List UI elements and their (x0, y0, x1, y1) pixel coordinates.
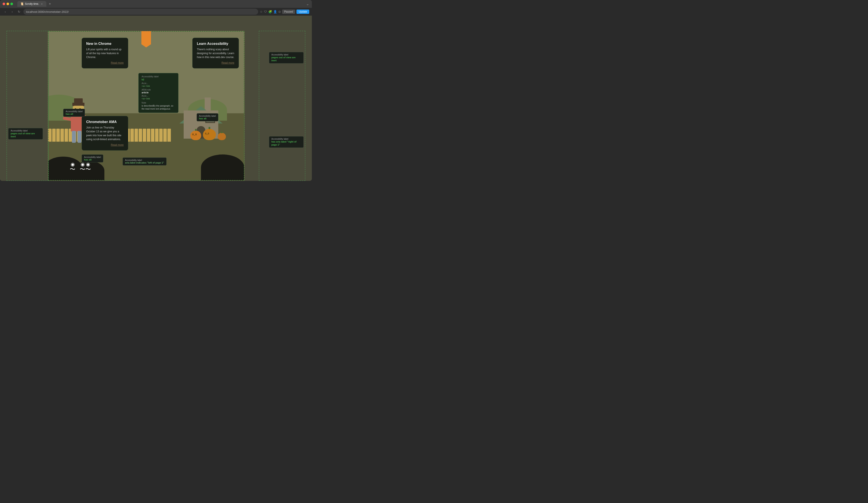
url-text: localhost:3000/chrometober-2022/ (26, 10, 69, 13)
top-marker (142, 31, 151, 48)
chrometober-ama-body: Join us live on Thursday October 13 as w… (86, 126, 124, 141)
pumpkins-group: ʘ_ʘ ö_ö (190, 129, 226, 140)
left-inert-value: pages out of view are inert (11, 132, 41, 138)
fence-post (131, 129, 134, 142)
right-inert-title: Accessibility label (271, 53, 301, 56)
scarecrow-legs (72, 131, 81, 143)
fence-post (60, 129, 64, 142)
minimize-button[interactable] (7, 3, 9, 5)
aria-popup-acce-role-value: <a> link (142, 97, 175, 100)
aria-popup: Accessibility label k2 Acce... <a> link … (138, 73, 178, 113)
content-area: ʘ_ʘ ö_ö ◉ 〜 ◉ ◉ (0, 16, 312, 181)
aria-popup-note-title: Note (142, 102, 175, 104)
new-in-chrome-read-more[interactable]: Read more (86, 61, 124, 64)
update-button[interactable]: Update (297, 10, 309, 14)
right-aria-value: has aria label "right of page 1" (271, 140, 301, 146)
fence-post (159, 129, 163, 142)
bush-right (201, 154, 244, 181)
pumpkin-stem (195, 129, 197, 131)
fence-post (134, 129, 138, 142)
scarecrow-leg-right (78, 131, 81, 143)
new-tab-button[interactable]: + (47, 1, 52, 7)
left-inert-title: Accessibility label (11, 130, 41, 132)
article-card-chrometober-ama: Chrometober AMA Join us live on Thursday… (82, 116, 128, 151)
left-indicator-a11y-label: Accessibility label aria-label indicates… (123, 157, 166, 165)
pumpkin-stem (208, 127, 210, 129)
scarecrow-hat-top (74, 98, 83, 103)
paused-button[interactable]: Paused (282, 10, 296, 14)
right-inert-value: pages out of view are inert (271, 56, 301, 62)
traffic-lights (3, 3, 13, 5)
bottom-ghost-a11y-value: has alt (84, 158, 101, 161)
browser-window: 📜 Scrolly time. ✕ + ⌄ ‹ › ↻ localhost:30… (0, 0, 312, 181)
scarecrow-hat-brim (72, 103, 84, 106)
bookmark-icon[interactable]: ☆ (260, 10, 263, 13)
left-indicator-value: aria-label indicates "left of page 1" (125, 161, 164, 164)
refresh-button[interactable]: ↻ (17, 9, 22, 14)
aria-popup-acce-title: Acce... (142, 82, 175, 84)
left-indicator-title: Accessibility label (125, 159, 164, 161)
tab-bar: 📜 Scrolly time. ✕ + (17, 1, 52, 7)
left-panel (7, 31, 49, 181)
sync-icon[interactable]: ⊙ (278, 10, 281, 13)
tab-favicon: 📜 (20, 2, 24, 6)
tab-close-icon[interactable]: ✕ (40, 2, 43, 6)
pumpkins-a11y-value: has alt (199, 117, 216, 120)
pumpkin-face: ʘ_ʘ (192, 133, 197, 136)
scarecrow-a11y-label: Accessibility label has alt (63, 109, 85, 117)
forward-button[interactable]: › (10, 9, 15, 14)
scarecrow-a11y-title: Accessibility label (66, 110, 83, 113)
scarecrow-a11y-value: has alt (66, 113, 83, 115)
address-bar: ‹ › ↻ localhost:3000/chrometober-2022/ ☆… (0, 8, 312, 16)
aria-popup-aria-role-title: ARIA role (142, 89, 175, 91)
title-bar: 📜 Scrolly time. ✕ + ⌄ (0, 0, 312, 8)
bottom-ghost-a11y-label: Accessibility label has alt (82, 154, 103, 163)
ghost-left: ◉ 〜 (70, 162, 75, 173)
article-card-new-in-chrome: New in Chrome Lift your spirits with a r… (82, 38, 128, 69)
ghost-right: ◉ ◉ 〜〜 (80, 162, 91, 173)
url-bar[interactable]: localhost:3000/chrometober-2022/ (23, 9, 258, 15)
close-button[interactable] (3, 3, 5, 5)
aria-popup-note-value: is describedBy the paragraph, so the rea… (142, 104, 175, 111)
active-tab[interactable]: 📜 Scrolly time. ✕ (17, 1, 46, 7)
main-scene: ʘ_ʘ ö_ö ◉ 〜 ◉ ◉ (48, 31, 245, 181)
shield-icon[interactable]: 🛡 (264, 10, 267, 13)
pumpkin-medium: ö_ö (203, 129, 216, 140)
chrometober-ama-title: Chrometober AMA (86, 120, 124, 124)
fence-post (163, 129, 167, 142)
pumpkins-a11y-label: Accessibility label has alt (197, 113, 218, 121)
ghost-creatures: ◉ 〜 ◉ ◉ 〜〜 (70, 162, 91, 173)
right-inert-a11y-label: Accessibility label pages out of view ar… (269, 52, 303, 64)
fence-post (151, 129, 154, 142)
back-button[interactable]: ‹ (3, 9, 8, 14)
pumpkins-a11y-title: Accessibility label (199, 115, 216, 117)
extension-icon[interactable]: 🧩 (268, 10, 272, 13)
learn-accessibility-title: Learn Accessibility (197, 42, 234, 46)
pumpkin-stem (221, 132, 223, 133)
fence-post (155, 129, 158, 142)
window-controls-icon: ⌄ (306, 1, 309, 6)
browser-actions: ☆ 🛡 🧩 👤 ⊙ Paused Update (260, 10, 309, 14)
pumpkin-small (218, 133, 226, 140)
aria-popup-acce-link: <a> link (142, 85, 175, 87)
tab-title: Scrolly time. (25, 2, 39, 6)
chrometober-ama-read-more[interactable]: Read more (86, 143, 124, 146)
aria-popup-label-value: k2 (142, 78, 175, 81)
profile-icon[interactable]: 👤 (273, 10, 277, 13)
fence-post (56, 129, 60, 142)
fence-post (167, 129, 171, 142)
new-in-chrome-body: Lift your spirits with a round up of all… (86, 48, 124, 59)
article-card-learn-accessibility: Learn Accessibility There's nothing scar… (192, 38, 239, 69)
learn-accessibility-read-more[interactable]: Read more (197, 61, 234, 64)
right-aria-title: Accessibility label (271, 138, 301, 140)
fence-post (143, 129, 146, 142)
fence-post (138, 129, 142, 142)
new-in-chrome-title: New in Chrome (86, 42, 124, 46)
aria-popup-acce-role-title: Acce... (142, 95, 175, 97)
pumpkin-face: ö_ö (205, 132, 209, 135)
aria-popup-label-title: Accessibility label (142, 75, 175, 78)
pumpkin-large: ʘ_ʘ (190, 131, 201, 140)
maximize-button[interactable] (10, 3, 13, 5)
bottom-ghost-a11y-title: Accessibility label (84, 156, 101, 158)
left-inert-a11y-label: Accessibility label pages out of view ar… (8, 128, 43, 140)
